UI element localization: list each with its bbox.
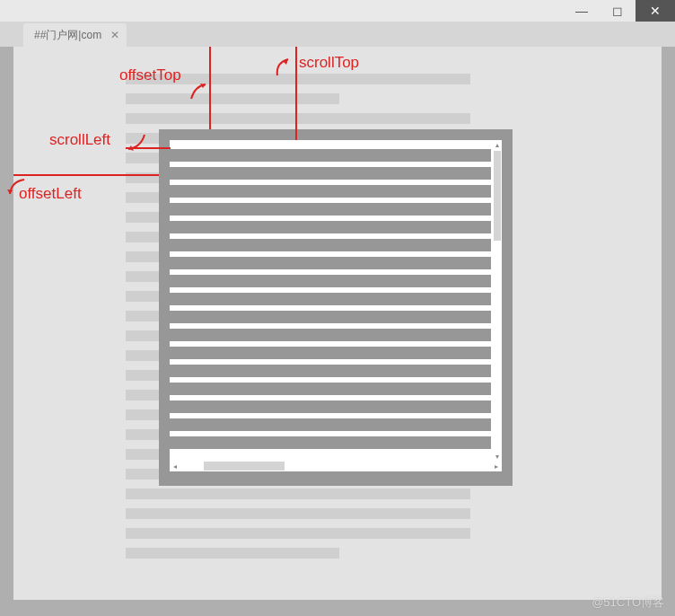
text-placeholder — [126, 113, 470, 124]
offset-top-line — [209, 47, 211, 129]
scroll-left-arrow-icon — [125, 129, 148, 153]
label-offset-top: offsetTop — [119, 66, 181, 84]
content-line — [170, 311, 491, 323]
horizontal-scrollbar[interactable]: ◂ ▸ — [170, 461, 502, 471]
browser-tab[interactable]: ##门户网|com ✕ — [23, 23, 127, 47]
scrollable-element: ▴ ▾ ◂ ▸ — [159, 129, 513, 486]
scroll-up-arrow-icon[interactable]: ▴ — [493, 140, 502, 149]
element-viewport — [170, 140, 502, 461]
text-placeholder — [126, 93, 339, 104]
minimize-button[interactable]: — — [564, 0, 600, 22]
content-line — [170, 436, 491, 449]
content-line — [170, 347, 491, 359]
label-offset-left: offsetLeft — [19, 185, 82, 203]
watermark: @51CTO博客 — [592, 594, 664, 611]
content-line — [170, 257, 491, 269]
content-line — [170, 203, 491, 216]
text-placeholder — [126, 528, 470, 539]
content-line — [170, 275, 491, 287]
tab-title: ##门户网|com — [34, 28, 101, 43]
close-button[interactable]: ✕ — [636, 0, 675, 22]
scroll-top-arrow-icon — [270, 56, 294, 79]
label-scroll-top: scrollTop — [299, 54, 359, 72]
content-line — [170, 185, 491, 198]
page-surface: ▴ ▾ ◂ ▸ offsetTop scrollTop scrollLeft o… — [13, 47, 662, 600]
vertical-scrollbar[interactable]: ▴ ▾ — [493, 140, 502, 461]
inner-content — [170, 144, 491, 454]
content-line — [170, 329, 491, 341]
horizontal-scroll-thumb[interactable] — [204, 462, 285, 471]
content-line — [170, 221, 491, 233]
tab-close-icon[interactable]: ✕ — [110, 29, 119, 41]
content-line — [170, 365, 491, 377]
scroll-top-line — [295, 47, 297, 140]
content-line — [170, 383, 491, 395]
text-placeholder — [126, 508, 470, 519]
content-line — [170, 400, 491, 413]
content-line — [170, 418, 491, 431]
text-placeholder — [126, 488, 470, 499]
scroll-left-arrow-icon[interactable]: ◂ — [170, 461, 180, 471]
content-line — [170, 149, 491, 162]
minimize-icon: — — [575, 4, 588, 18]
vertical-scroll-thumb[interactable] — [494, 151, 501, 241]
offset-left-arrow-icon — [4, 176, 28, 199]
close-icon: ✕ — [650, 4, 661, 18]
offset-left-line — [13, 174, 159, 176]
content-line — [170, 293, 491, 305]
label-scroll-left: scrollLeft — [49, 131, 110, 149]
content-line — [170, 239, 491, 251]
window-titlebar: — ◻ ✕ — [0, 0, 675, 22]
text-placeholder — [126, 548, 339, 559]
tab-strip: ##门户网|com ✕ — [0, 22, 675, 47]
maximize-button[interactable]: ◻ — [600, 0, 636, 22]
offset-top-arrow-icon — [186, 81, 209, 104]
maximize-icon: ◻ — [612, 4, 623, 18]
scroll-right-arrow-icon[interactable]: ▸ — [491, 461, 502, 471]
scroll-down-arrow-icon[interactable]: ▾ — [493, 452, 502, 461]
content-line — [170, 167, 491, 180]
